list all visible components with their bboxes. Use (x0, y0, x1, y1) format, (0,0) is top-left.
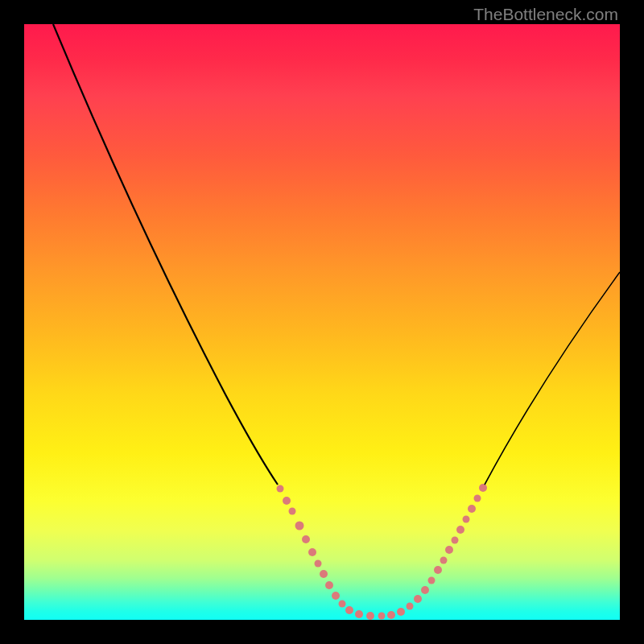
svg-point-14 (378, 613, 386, 620)
svg-point-27 (468, 505, 476, 513)
svg-point-25 (456, 526, 464, 534)
svg-point-10 (339, 601, 346, 608)
curve-left-solid (53, 24, 278, 485)
svg-point-12 (355, 610, 363, 618)
svg-point-8 (325, 581, 333, 589)
svg-point-5 (308, 548, 316, 556)
curve-left-dotted (277, 485, 423, 621)
svg-point-22 (440, 557, 448, 564)
svg-point-3 (295, 522, 304, 530)
svg-point-7 (320, 570, 328, 578)
svg-point-6 (315, 560, 322, 568)
svg-point-26 (463, 516, 470, 523)
svg-point-24 (452, 537, 459, 544)
svg-point-20 (428, 577, 436, 584)
svg-point-28 (474, 495, 481, 502)
watermark-text: TheBottleneck.com (473, 5, 618, 24)
svg-point-9 (332, 592, 340, 600)
svg-point-13 (366, 612, 374, 620)
svg-point-15 (387, 611, 395, 619)
bottleneck-curve (24, 24, 620, 620)
svg-point-18 (414, 595, 422, 603)
curve-right-solid (485, 272, 620, 485)
svg-point-19 (421, 586, 429, 594)
svg-point-29 (479, 484, 487, 492)
svg-point-23 (445, 546, 453, 554)
plot-area (24, 24, 620, 620)
svg-point-21 (434, 566, 442, 574)
svg-point-2 (289, 508, 296, 515)
svg-point-4 (302, 535, 310, 543)
svg-point-0 (277, 485, 284, 493)
chart-container: TheBottleneck.com (0, 0, 644, 644)
svg-point-17 (407, 603, 414, 610)
curve-right-dotted (421, 484, 487, 594)
svg-point-1 (283, 497, 291, 505)
svg-point-11 (345, 606, 353, 614)
svg-point-16 (397, 608, 405, 616)
